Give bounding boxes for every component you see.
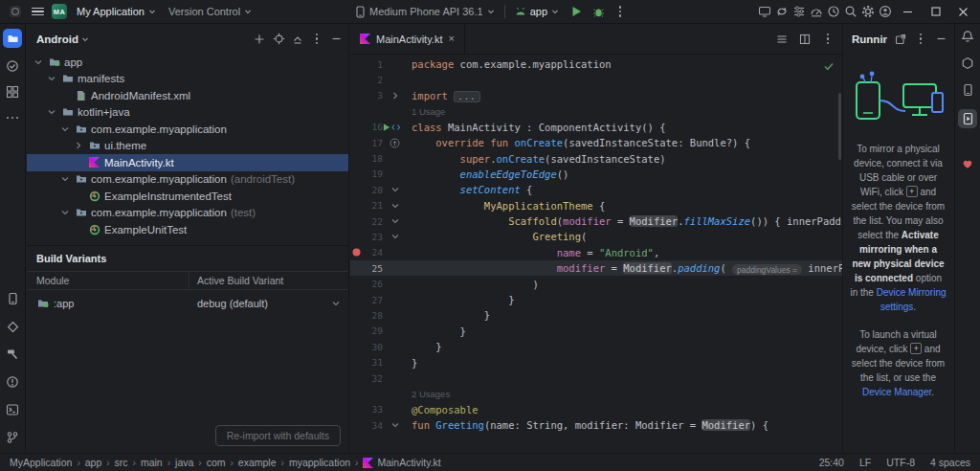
project-selector[interactable]: My Application [74, 4, 159, 19]
tree-chevron-icon[interactable] [59, 123, 71, 135]
breadcrumb-item[interactable]: MainActivity.kt [363, 457, 440, 468]
line-number[interactable]: 26 [362, 279, 383, 289]
tree-item-app[interactable]: app [27, 54, 348, 71]
commit-tool-icon[interactable] [5, 58, 20, 74]
gutter-chev-icon[interactable] [383, 185, 402, 194]
gutter-override-icon[interactable] [383, 138, 402, 148]
tree-item-androidmanifest-xml[interactable]: AndroidManifest.xml [27, 87, 348, 104]
editor-list-icon[interactable] [775, 33, 789, 46]
module-cell[interactable]: :app [27, 290, 189, 316]
tree-chevron-icon[interactable] [59, 173, 71, 185]
line-number[interactable]: 18 [362, 153, 383, 164]
running-devices-tool-icon[interactable] [958, 109, 977, 128]
project-view-selector[interactable]: Android [36, 34, 89, 45]
breadcrumb-item[interactable]: MyApplication [10, 457, 72, 468]
code-line[interactable]: 30 } [350, 339, 842, 354]
line-number[interactable]: 1 [362, 59, 383, 70]
tree-chevron-icon[interactable] [59, 207, 71, 218]
line-number[interactable]: 3 [362, 90, 383, 101]
main-menu-icon[interactable] [30, 4, 45, 19]
tree-item-kotlin-java[interactable]: kotlin+java [27, 104, 348, 122]
usage-hint[interactable]: 1 Usage [412, 106, 445, 117]
device-manager-tool-icon[interactable] [960, 82, 975, 98]
maximize-button[interactable] [923, 0, 948, 23]
add-icon[interactable] [253, 33, 266, 46]
code-with-me-icon[interactable] [757, 4, 772, 19]
file-encoding[interactable]: UTF-8 [886, 457, 915, 468]
gutter-chev-icon[interactable] [383, 216, 402, 226]
link[interactable]: Device Manager [862, 387, 931, 397]
run-configuration-selector[interactable]: app [512, 4, 562, 19]
tree-item-mainactivity-kt[interactable]: MainActivity.kt [27, 154, 348, 171]
profiler-icon[interactable] [809, 4, 824, 19]
line-number[interactable]: 23 [362, 232, 383, 242]
line-number[interactable]: 34 [362, 420, 383, 431]
breadcrumb-item[interactable]: com [207, 457, 226, 468]
line-number[interactable]: 2 [362, 75, 383, 85]
code-line[interactable]: 1package com.example.myapplication [350, 56, 842, 72]
usage-hint-line[interactable]: 2 Usages [350, 386, 842, 401]
line-number[interactable]: 17 [362, 138, 383, 148]
project-tool-icon[interactable] [3, 29, 22, 48]
collapse-all-icon[interactable] [291, 33, 304, 46]
device-selector[interactable]: Medium Phone API 36.1 [352, 4, 498, 20]
code-line[interactable]: 19 enableEdgeToEdge() [350, 167, 842, 182]
minimize-button[interactable] [895, 0, 921, 23]
terminal-tool-icon[interactable] [5, 402, 20, 417]
run-button[interactable] [568, 4, 584, 19]
tree-item-exampleunittest[interactable]: ExampleUnitTest [27, 221, 348, 238]
breadcrumb-item[interactable]: example [238, 457, 277, 468]
line-number[interactable]: 19 [362, 168, 383, 179]
line-number[interactable]: 22 [362, 216, 383, 227]
tree-item-com-example-myapplication[interactable]: com.example.myapplication [27, 121, 348, 138]
tree-item-exampleinstrumentedtest[interactable]: ExampleInstrumentedTest [27, 188, 348, 205]
more-run-options-icon[interactable] [612, 4, 628, 19]
gutter-run-icon[interactable] [383, 123, 402, 132]
line-number[interactable]: 29 [362, 325, 383, 336]
hide-panel-icon[interactable] [329, 33, 343, 46]
app-quality-insights-tool-icon[interactable] [960, 155, 975, 170]
gutter-chev-icon[interactable] [383, 232, 402, 241]
gutter-foldR-icon[interactable] [383, 91, 402, 101]
line-number[interactable]: 16 [362, 122, 383, 132]
device-filters-icon[interactable] [791, 4, 807, 19]
code-line[interactable]: 29 } [350, 324, 842, 339]
hide-panel-icon[interactable] [934, 33, 947, 46]
options-menu-icon[interactable] [310, 33, 323, 46]
breadcrumb-item[interactable]: src [115, 457, 128, 468]
reimport-defaults-button[interactable]: Re-import with defaults [215, 425, 341, 446]
version-control-tool-icon[interactable] [5, 430, 20, 445]
breadcrumb-item[interactable]: java [175, 457, 193, 468]
gutter-chev-icon[interactable] [383, 420, 402, 430]
more-tool-windows-icon[interactable] [5, 110, 20, 125]
code-line[interactable]: 2 [350, 72, 842, 87]
line-number[interactable]: 24 [362, 247, 383, 258]
code-line[interactable]: 31} [350, 354, 842, 370]
code-line[interactable]: 22 Scaffold(modifier = Modifier.fillMaxS… [350, 213, 842, 229]
usage-hint-line[interactable]: 1 Usage [350, 103, 842, 119]
open-in-window-icon[interactable] [894, 33, 907, 46]
tab-mainactivity[interactable]: MainActivity.kt × [350, 24, 465, 54]
variant-select[interactable]: debug (default) [189, 290, 348, 316]
line-number[interactable]: 33 [362, 404, 383, 415]
code-line[interactable]: 27 } [350, 292, 842, 307]
app-inspection-tool-icon[interactable] [5, 319, 20, 334]
breadcrumb-item[interactable]: myapplication [289, 457, 350, 468]
notifications-icon[interactable] [960, 29, 975, 44]
tree-chevron-icon[interactable] [46, 73, 57, 84]
caret-position[interactable]: 25:40 [819, 457, 844, 468]
code-line[interactable]: 17 override fun onCreate(savedInstanceSt… [350, 135, 842, 150]
line-number[interactable]: 20 [362, 185, 383, 195]
code-line[interactable]: 32 [350, 370, 842, 386]
breadcrumb-item[interactable]: app [85, 457, 102, 468]
code-line[interactable]: 26 ) [350, 276, 842, 291]
editor-more-icon[interactable] [821, 33, 835, 46]
line-number[interactable]: 32 [362, 373, 383, 384]
vcs-widget[interactable]: Version Control [166, 4, 255, 19]
account-icon[interactable] [878, 4, 893, 19]
code-area[interactable]: 1package com.example.myapplication23impo… [350, 55, 842, 453]
code-line[interactable]: 23 Greeting( [350, 229, 842, 244]
code-line[interactable]: 20 setContent { [350, 182, 842, 197]
tree-chevron-icon[interactable] [46, 106, 57, 118]
link[interactable]: Device Mirroring settings [877, 287, 947, 312]
